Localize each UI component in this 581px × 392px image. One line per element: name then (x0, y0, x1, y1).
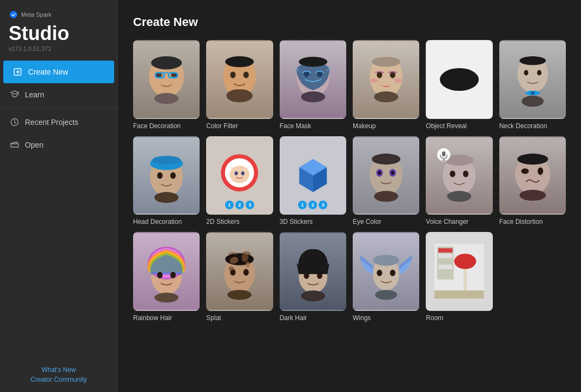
svg-point-91 (375, 290, 397, 300)
template-thumb-wings (353, 232, 419, 311)
splat-illustration (212, 237, 267, 305)
svg-point-88 (377, 270, 382, 276)
svg-point-13 (227, 89, 253, 102)
whats-new-link[interactable]: What's New (9, 366, 109, 374)
svg-point-29 (519, 56, 546, 65)
svg-point-7 (151, 56, 182, 69)
template-card-color-filter[interactable]: Color Filter (206, 40, 273, 130)
svg-point-25 (374, 91, 398, 102)
voice-changer-illustration (432, 141, 486, 210)
svg-point-72 (170, 272, 176, 278)
template-card-room[interactable]: Room (426, 232, 492, 322)
templates-grid: Face Decoration Color Filter (133, 40, 566, 322)
template-card-object-reveal[interactable]: Object Reveal (426, 40, 492, 130)
badge-3d-1: 1 (298, 201, 307, 209)
page-title: Create New (133, 15, 566, 29)
svg-point-10 (230, 72, 236, 78)
template-thumb-head-decoration (133, 136, 200, 215)
template-card-3d-stickers[interactable]: 1 2 3 3D Stickers (280, 136, 346, 226)
svg-point-53 (374, 191, 398, 202)
svg-point-33 (157, 172, 162, 178)
meta-spark-text: Meta Spark (21, 11, 51, 18)
template-card-dark-hair[interactable]: Dark Hair (280, 232, 346, 322)
template-label-splat: Splat (206, 314, 273, 322)
meta-spark-logo: Meta Spark (9, 10, 51, 19)
svg-point-20 (377, 72, 382, 78)
badge-3: 3 (246, 201, 254, 209)
sidebar-footer: What's New Creator Community (0, 360, 117, 392)
template-label-object-reveal: Object Reveal (426, 122, 492, 130)
template-label-face-decoration: Face Decoration (133, 122, 200, 130)
template-label-rainbow-hair: Rainbow Hair (133, 314, 200, 322)
svg-point-11 (243, 72, 249, 78)
template-thumb-color-filter (206, 40, 273, 119)
svg-point-66 (517, 154, 548, 164)
learn-icon (10, 90, 19, 99)
svg-point-49 (378, 171, 381, 175)
svg-point-64 (521, 168, 529, 174)
creator-community-link[interactable]: Creator Community (9, 376, 109, 383)
svg-point-22 (370, 78, 378, 83)
template-card-neck-decoration[interactable]: Neck Decoration (499, 40, 566, 130)
svg-point-86 (301, 290, 325, 301)
template-label-wings: Wings (353, 314, 419, 322)
create-new-icon (13, 67, 23, 77)
sidebar-item-recent-projects[interactable]: Recent Projects (0, 111, 117, 134)
svg-point-30 (530, 91, 534, 95)
template-card-face-mask[interactable]: Face Mask (280, 40, 346, 130)
2d-stickers-badge: 1 2 3 (225, 201, 254, 209)
template-label-eye-color: Eye Color (353, 218, 419, 225)
template-card-eye-color[interactable]: Eye Color (353, 136, 419, 226)
template-card-2d-stickers[interactable]: 1 2 3 2D Stickers (206, 136, 273, 226)
svg-point-36 (152, 156, 181, 164)
template-thumb-makeup (353, 40, 419, 119)
template-thumb-2d-stickers: 1 2 3 (206, 136, 273, 215)
template-thumb-face-mask (280, 40, 346, 119)
template-card-wings[interactable]: Wings (353, 232, 419, 322)
svg-point-73 (154, 293, 179, 302)
open-label: Open (25, 141, 43, 149)
template-card-splat[interactable]: Splat (206, 232, 273, 322)
badge-3d-3: 3 (319, 201, 327, 209)
svg-point-81 (246, 262, 250, 268)
recent-projects-icon (10, 117, 19, 127)
svg-point-71 (157, 272, 162, 278)
template-card-head-decoration[interactable]: Head Decoration (133, 136, 200, 226)
template-card-makeup[interactable]: Makeup (353, 40, 419, 130)
svg-point-76 (243, 269, 249, 276)
svg-rect-60 (443, 151, 446, 156)
badge-1: 1 (225, 201, 234, 209)
sidebar-item-create-new[interactable]: Create New (3, 61, 114, 83)
open-icon (10, 140, 19, 150)
object-reveal-inner (427, 41, 491, 118)
template-card-voice-changer[interactable]: Voice Changer (426, 136, 492, 226)
svg-point-51 (391, 171, 394, 175)
template-card-rainbow-hair[interactable]: Rainbow Hair (133, 232, 200, 322)
template-thumb-object-reveal (426, 40, 492, 119)
svg-point-82 (228, 290, 252, 300)
svg-point-89 (390, 270, 395, 276)
sidebar-item-open[interactable]: Open (0, 134, 117, 156)
svg-point-34 (170, 172, 176, 178)
template-thumb-eye-color (353, 136, 419, 215)
svg-point-27 (524, 70, 528, 76)
room-illustration (432, 237, 486, 305)
svg-point-8 (154, 93, 179, 104)
learn-label: Learn (25, 90, 44, 99)
badge-2: 2 (235, 201, 244, 209)
template-thumb-3d-stickers: 1 2 3 (280, 136, 346, 215)
sidebar-item-learn[interactable]: Learn (0, 83, 117, 106)
svg-rect-97 (438, 265, 452, 269)
svg-point-55 (450, 170, 455, 177)
svg-point-80 (229, 267, 234, 271)
3d-stickers-badge: 1 2 3 (298, 201, 327, 209)
template-label-neck-decoration: Neck Decoration (499, 122, 566, 130)
svg-point-52 (372, 154, 400, 164)
template-thumb-dark-hair (280, 232, 346, 311)
template-thumb-voice-changer (426, 136, 492, 215)
template-card-face-distortion[interactable]: Face Distortion (499, 136, 566, 226)
svg-rect-96 (438, 259, 452, 263)
template-card-face-decoration[interactable]: Face Decoration (133, 40, 200, 130)
template-label-makeup: Makeup (353, 122, 419, 130)
template-label-face-mask: Face Mask (280, 122, 346, 130)
